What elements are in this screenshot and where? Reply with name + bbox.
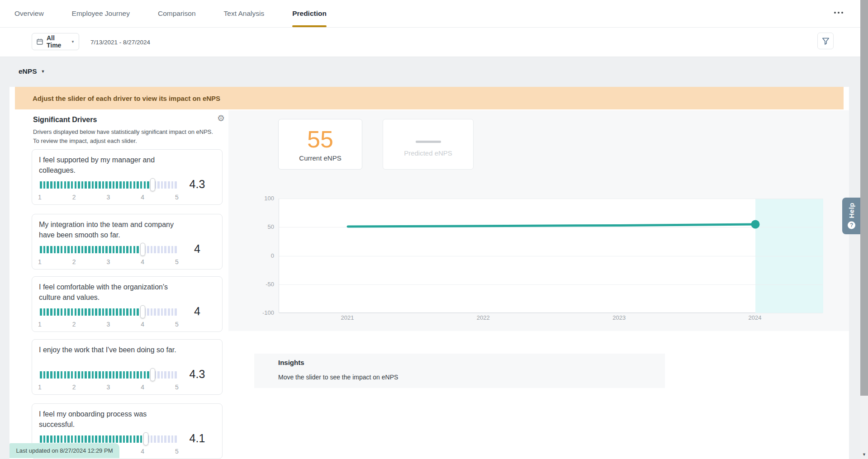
y-axis-tick-label: -100	[256, 309, 274, 316]
caret-down-icon: ▼	[71, 40, 75, 44]
tab-bar: OverviewEmployee JourneyComparisonText A…	[0, 0, 860, 28]
y-axis-tick-label: -50	[256, 281, 274, 288]
driver-slider[interactable]	[40, 368, 177, 382]
filter-bar: All Time ▼ 7/13/2021 - 8/27/2024	[0, 28, 860, 57]
enps-trend-chart[interactable]	[279, 199, 823, 313]
slider-tick	[164, 246, 166, 253]
slider-tick	[137, 308, 139, 316]
slider-tick	[71, 371, 73, 379]
slider-tick	[67, 246, 70, 253]
slider-tick	[116, 308, 118, 316]
current-enps-label: Current eNPS	[299, 154, 341, 162]
slider-tick	[123, 371, 125, 379]
drivers-panel-title: Significant Drivers	[33, 116, 97, 124]
slider-scale-label: 5	[171, 321, 182, 328]
tab-text-analysis[interactable]: Text Analysis	[224, 0, 265, 27]
slider-tick	[85, 246, 87, 253]
slider-tick	[168, 371, 170, 379]
slider-tick	[168, 308, 170, 316]
slider-handle[interactable]	[140, 243, 145, 256]
x-axis-tick-label: 2021	[334, 314, 361, 321]
slider-tick	[137, 181, 139, 189]
slider-tick	[71, 308, 73, 316]
filter-button[interactable]	[817, 33, 834, 49]
slider-tick	[133, 435, 136, 443]
slider-tick	[175, 371, 177, 379]
gear-icon[interactable]: ⚙	[217, 114, 225, 123]
slider-tick	[57, 246, 59, 253]
slider-tick	[43, 371, 46, 379]
slider-handle[interactable]	[150, 368, 155, 381]
metric-selector[interactable]: eNPS ▼	[19, 67, 45, 76]
driver-slider[interactable]	[40, 243, 177, 256]
slider-tick	[119, 246, 122, 253]
slider-tick	[113, 308, 115, 316]
slider-tick	[157, 371, 160, 379]
scrollbar-thumb[interactable]	[860, 0, 868, 396]
slider-tick	[161, 308, 163, 316]
slider-tick	[175, 181, 177, 189]
slider-tick	[105, 181, 108, 189]
slider-tick	[75, 308, 77, 316]
slider-tick	[64, 308, 66, 316]
slider-tick	[133, 246, 136, 253]
slider-tick	[40, 308, 42, 316]
driver-slider[interactable]	[40, 305, 177, 319]
predicted-enps-empty-dash	[416, 141, 441, 143]
slider-tick	[105, 246, 108, 253]
slider-tick	[47, 181, 49, 189]
slider-tick	[75, 246, 77, 253]
y-axis-tick-label: 100	[256, 195, 274, 202]
slider-tick	[40, 435, 42, 443]
slider-handle[interactable]	[143, 432, 148, 445]
current-enps-value: 55	[307, 127, 333, 152]
slider-scale-label: 3	[103, 258, 114, 265]
slider-tick	[47, 246, 49, 253]
slider-tick	[99, 181, 101, 189]
instruction-banner-text: Adjust the slider of each driver to view…	[33, 95, 220, 102]
slider-tick	[92, 371, 94, 379]
tab-prediction[interactable]: Prediction	[292, 0, 327, 27]
slider-tick	[164, 308, 166, 316]
slider-tick	[67, 308, 70, 316]
date-range-select[interactable]: All Time ▼	[32, 33, 79, 50]
slider-tick	[175, 308, 177, 316]
slider-tick	[105, 308, 108, 316]
slider-tick	[140, 181, 142, 189]
slider-tick	[78, 308, 80, 316]
slider-tick	[50, 246, 52, 253]
driver-slider[interactable]	[40, 178, 177, 192]
slider-handle[interactable]	[150, 178, 155, 191]
slider-tick	[99, 435, 101, 443]
driver-card: I feel supported by my manager and colle…	[32, 149, 223, 205]
predicted-enps-card: Predicted eNPS	[383, 119, 474, 170]
slider-tick	[95, 246, 97, 253]
slider-scale-label: 1	[34, 258, 45, 265]
slider-scale-label: 3	[103, 321, 114, 328]
slider-tick	[54, 246, 56, 253]
slider-tick	[57, 435, 59, 443]
caret-down-icon: ▼	[41, 69, 45, 74]
slider-tick	[78, 435, 80, 443]
scroll-down-icon[interactable]: ▼	[860, 451, 868, 458]
x-axis-tick-label: 2023	[606, 314, 633, 321]
slider-tick	[54, 181, 56, 189]
more-menu-icon[interactable]	[832, 10, 845, 15]
question-circle-icon: ?	[848, 222, 855, 229]
metric-label: eNPS	[19, 67, 37, 76]
tab-employee-journey[interactable]: Employee Journey	[72, 0, 130, 27]
help-button[interactable]: ? Help	[842, 198, 860, 234]
slider-tick	[88, 246, 90, 253]
slider-handle[interactable]	[140, 305, 145, 318]
slider-tick	[116, 371, 118, 379]
slider-tick	[147, 181, 149, 189]
drivers-panel-subtitle: Drivers displayed below have statistical…	[33, 128, 214, 145]
slider-tick	[164, 435, 166, 443]
slider-tick	[151, 308, 153, 316]
tab-overview[interactable]: Overview	[14, 0, 44, 27]
slider-tick	[54, 308, 56, 316]
tab-comparison[interactable]: Comparison	[158, 0, 196, 27]
slider-tick	[113, 246, 115, 253]
slider-tick	[67, 371, 70, 379]
driver-question: I feel my onboarding process was success…	[39, 409, 181, 430]
